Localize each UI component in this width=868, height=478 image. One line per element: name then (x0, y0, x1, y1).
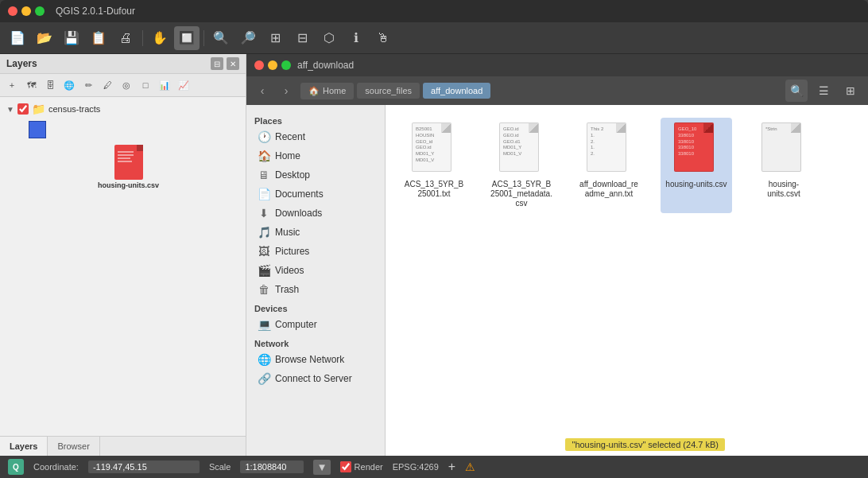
search-button[interactable]: 🔍 (785, 80, 808, 102)
minimize-button[interactable] (21, 6, 31, 16)
pan-button[interactable]: ✋ (147, 26, 172, 50)
zoom-selection-button[interactable]: ⬡ (316, 26, 342, 50)
sidebar-item-connect-server[interactable]: 🔗 Connect to Server (250, 369, 382, 388)
sidebar-item-browse-network[interactable]: 🌐 Browse Network (250, 350, 382, 369)
file-item-readme[interactable]: This 21.2.1.2. aff_download_readme_ann.t… (573, 118, 645, 213)
identify-button[interactable]: ℹ (343, 26, 369, 50)
sidebar-item-computer[interactable]: 💻 Computer (250, 315, 382, 334)
breadcrumb-aff-label: aff_download (431, 86, 482, 95)
sidebar-item-pictures[interactable]: 🖼 Pictures (250, 242, 382, 261)
main-toolbar: 📄 📂 💾 📋 🖨 ✋ 🔲 🔍 🔎 ⊞ ⊟ ⬡ ℹ 🖱 (0, 22, 868, 54)
sidebar-item-videos[interactable]: 🎬 Videos (250, 261, 382, 280)
layer-visibility-checkbox[interactable] (17, 103, 29, 115)
select-tool-button[interactable]: ◎ (118, 76, 135, 94)
layer-name: census-tracts (48, 104, 100, 114)
file-item-housing-csvt[interactable]: *Strin housing-units.csvt (748, 118, 820, 213)
csv-corner (137, 145, 143, 151)
zoom-full-button[interactable]: ⊞ (262, 26, 288, 50)
save-as-button[interactable]: 📋 (86, 26, 111, 50)
sidebar-item-documents[interactable]: 📄 Documents (250, 185, 382, 204)
deselect-button[interactable]: □ (137, 76, 154, 94)
scale-label: Scale (209, 462, 231, 472)
zoom-out-button[interactable]: 🔎 (235, 26, 261, 50)
places-section-title: Places (246, 111, 385, 127)
save-button[interactable]: 💾 (59, 26, 84, 50)
warning-icon[interactable]: ⚠ (465, 461, 475, 473)
layer-item[interactable]: ▼ 📁 census-tracts (3, 100, 242, 118)
layers-tab[interactable]: Layers (0, 437, 48, 456)
sidebar-documents-label: Documents (275, 188, 324, 200)
open-attribute-button[interactable]: 📊 (156, 76, 173, 94)
scale-dropdown-button[interactable]: ▼ (313, 460, 330, 475)
browser-body: Places 🕐 Recent 🏠 Home 🖥 Desktop 📄 (246, 105, 868, 456)
back-button[interactable]: ‹ (253, 81, 272, 100)
open-button[interactable]: 📂 (32, 26, 57, 50)
add-raster-layer-button[interactable]: 🗺 (22, 76, 40, 94)
csv-line (118, 151, 134, 153)
layers-toolbar: + 🗺 🗄 🌐 ✏ 🖊 ◎ □ 📊 📈 (0, 74, 246, 97)
file-item-txt1[interactable]: B25001HOUSINGEO_idGEO.idMD01_YMD01_V ACS… (398, 118, 470, 213)
close-button[interactable] (8, 6, 17, 16)
file-body-readme: This 21.2.1.2. (587, 122, 626, 172)
status-bar: Q Coordinate: Scale ▼ Render EPSG:4269 +… (0, 456, 868, 478)
layer-expand-icon[interactable]: ▼ (6, 105, 14, 114)
add-db-layer-button[interactable]: 🗄 (41, 76, 59, 94)
sidebar-home-label: Home (275, 150, 300, 161)
file-item-housing-csv[interactable]: GEO_10338010338010338010338010 housing-u… (661, 118, 732, 213)
downloads-icon: ⬇ (258, 207, 270, 220)
layers-close-button[interactable]: ✕ (227, 57, 239, 70)
app-window: QGIS 2.0.1-Dufour 📄 📂 💾 📋 🖨 ✋ 🔲 🔍 🔎 ⊞ ⊟ … (0, 0, 868, 478)
maximize-button[interactable] (35, 6, 45, 16)
sidebar-item-downloads[interactable]: ⬇ Downloads (250, 204, 382, 223)
browser-close-button[interactable] (254, 60, 264, 70)
breadcrumb-source-files[interactable]: source_files (357, 83, 420, 99)
csv-layer-label: housing-units.csv (98, 181, 159, 189)
sidebar-item-music[interactable]: 🎵 Music (250, 223, 382, 242)
sidebar: Places 🕐 Recent 🏠 Home 🖥 Desktop 📄 (246, 105, 386, 456)
scale-input[interactable] (240, 461, 304, 473)
add-wms-button[interactable]: 🌐 (60, 76, 78, 94)
breadcrumb-aff-download[interactable]: aff_download (423, 83, 490, 99)
browser-minimize-button[interactable] (268, 60, 277, 70)
home-icon: 🏠 (308, 86, 320, 96)
zoom-in-button[interactable]: 🔍 (208, 26, 234, 50)
toolbar-sep-1 (142, 30, 143, 46)
left-panel: Layers ⊟ ✕ + 🗺 🗄 🌐 ✏ 🖊 ◎ □ 📊 (0, 54, 246, 456)
breadcrumb-source-label: source_files (365, 86, 412, 95)
file-item-meta[interactable]: GEO.idGEO.idGEO.d1MD01_YMD01_V ACS_13_5Y… (486, 118, 557, 213)
browser-maximize-button[interactable] (281, 60, 291, 70)
browser-tab[interactable]: Browser (48, 437, 99, 456)
zoom-layer-button[interactable]: ⊟ (289, 26, 315, 50)
sidebar-item-recent[interactable]: 🕐 Recent (250, 127, 382, 146)
new-file-button[interactable]: 📄 (5, 26, 30, 50)
coordinate-input[interactable] (88, 461, 200, 473)
csv-line (118, 154, 134, 156)
stats-button[interactable]: 📈 (175, 76, 192, 94)
file-corner-txt1 (441, 123, 451, 133)
edit-button[interactable]: 🖊 (99, 76, 116, 94)
add-crs-button[interactable]: + (448, 460, 455, 474)
render-checkbox[interactable] (340, 461, 351, 472)
print-button[interactable]: 🖨 (113, 26, 138, 50)
forward-button[interactable]: › (277, 81, 296, 100)
digitize-button[interactable]: ✏ (79, 76, 97, 94)
sidebar-item-desktop[interactable]: 🖥 Desktop (250, 165, 382, 185)
file-body-housing-csvt: *Strin (761, 122, 801, 172)
select-features-button[interactable]: 🖱 (370, 26, 396, 50)
breadcrumb-home[interactable]: 🏠 Home (300, 83, 354, 99)
file-icon-readme: This 21.2.1.2. (587, 122, 631, 177)
layers-collapse-button[interactable]: ⊟ (211, 57, 223, 70)
csv-layer-item[interactable]: housing-units.csv (14, 145, 242, 189)
pictures-icon: 🖼 (258, 245, 270, 258)
browse-network-icon: 🌐 (258, 353, 270, 366)
file-icon-housing-csvt: *Strin (761, 122, 806, 177)
sidebar-item-home[interactable]: 🏠 Home (250, 146, 382, 165)
menu-button[interactable]: ☰ (812, 80, 835, 102)
sidebar-item-trash[interactable]: 🗑 Trash (250, 280, 382, 299)
sidebar-recent-label: Recent (275, 131, 305, 142)
select-button[interactable]: 🔲 (174, 26, 200, 50)
grid-view-button[interactable]: ⊞ (839, 80, 862, 102)
file-corner-housing-csvt (791, 123, 800, 133)
add-vector-layer-button[interactable]: + (3, 76, 21, 94)
layers-panel: Layers ⊟ ✕ + 🗺 🗄 🌐 ✏ 🖊 ◎ □ 📊 (0, 54, 246, 436)
